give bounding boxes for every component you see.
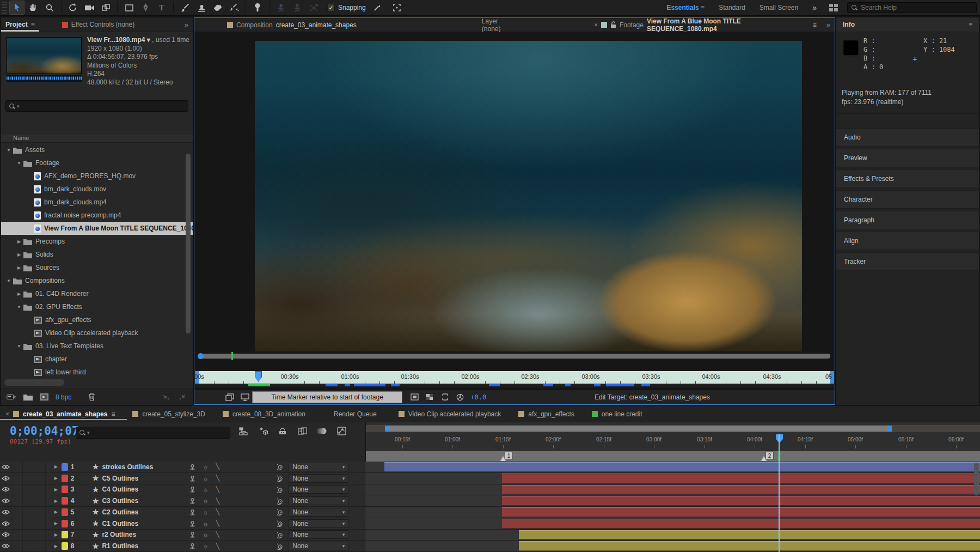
exposure-value[interactable]: +0.0 [470, 393, 486, 401]
tab-footage[interactable]: × Footage View From A Blue Moon TITLE SE… [589, 18, 822, 32]
tree-item-03-live-text-templates[interactable]: ▼03. Live Text Templates [1, 339, 193, 353]
panel-overflow-icon[interactable]: » [180, 21, 193, 29]
axis-mode-world-icon[interactable] [290, 1, 304, 14]
audio-toggle[interactable] [11, 518, 23, 529]
frame-blend-icon[interactable] [297, 427, 307, 435]
layer-switches[interactable]: ☼╲ [185, 486, 278, 493]
twirl-icon[interactable]: ▶ [16, 239, 22, 244]
parent-dropdown[interactable]: None▾ [289, 530, 348, 539]
video-visibility-toggle[interactable] [0, 484, 11, 495]
layer-row-3[interactable]: ▶3★C4 Outlines☼╲None▾ [0, 484, 980, 496]
scrollbar-right-cap[interactable] [887, 426, 892, 432]
help-search-input[interactable] [861, 4, 973, 11]
panel-header-effects-presets[interactable]: Effects & Presets [836, 169, 979, 188]
parent-dropdown[interactable]: None▾ [289, 485, 348, 494]
layer-expand-icon[interactable]: ▶ [53, 544, 59, 549]
parent-pick-whip-icon[interactable] [277, 486, 284, 493]
layer-label-color[interactable] [62, 508, 68, 516]
shy-layers-icon[interactable] [278, 427, 287, 435]
interpret-footage-icon[interactable] [7, 393, 16, 402]
layer-duration-bar[interactable] [519, 541, 980, 551]
tab-menu-icon[interactable]: ≡ [813, 21, 817, 29]
timeline-tab-one-line-credit[interactable]: one line credit [586, 406, 654, 422]
footage-playhead[interactable] [255, 371, 262, 382]
axis-mode-local-icon[interactable] [274, 1, 288, 14]
layer-track[interactable] [365, 530, 980, 541]
pixel-aspect-icon[interactable] [440, 393, 450, 402]
layer-label-color[interactable] [62, 497, 68, 505]
parent-pick-whip-icon[interactable] [277, 463, 284, 470]
layer-expand-icon[interactable]: ▶ [53, 532, 59, 537]
layer-expand-icon[interactable]: ▶ [53, 499, 59, 504]
layer-expand-icon[interactable]: ▶ [53, 476, 59, 481]
layer-name[interactable]: ★R1 Outlines [93, 542, 185, 550]
panel-header-character[interactable]: Character [836, 190, 979, 209]
twirl-icon[interactable]: ▼ [16, 161, 22, 166]
twirl-icon[interactable]: ▶ [16, 265, 22, 270]
type-tool-icon[interactable]: T [155, 1, 169, 14]
puppet-pin-tool-icon[interactable] [250, 1, 265, 14]
audio-toggle[interactable] [11, 507, 23, 518]
graph-editor-icon[interactable] [336, 427, 346, 435]
layer-track[interactable] [365, 507, 980, 518]
video-visibility-toggle[interactable] [0, 541, 11, 551]
footage-name-line[interactable]: View Fr...1080.mp4 ▾ , used 1 time [87, 36, 189, 45]
panel-header-audio[interactable]: Audio [836, 128, 979, 147]
layer-label-color[interactable] [62, 486, 68, 493]
brush-tool-icon[interactable] [178, 1, 192, 14]
panel-header-align[interactable]: Align [836, 232, 979, 250]
panel-header-tracker[interactable]: Tracker [836, 252, 979, 271]
comp-marker-1[interactable]: 1 [505, 452, 513, 460]
parent-dropdown[interactable]: None▾ [289, 519, 348, 528]
new-folder-icon[interactable] [23, 393, 33, 402]
audio-toggle[interactable] [11, 484, 23, 495]
new-composition-icon[interactable] [39, 393, 49, 402]
resolution-icon[interactable] [409, 393, 419, 402]
selection-tool-icon[interactable] [10, 1, 24, 14]
layer-duration-bar[interactable] [502, 485, 980, 495]
layer-duration-bar[interactable] [502, 507, 980, 517]
audio-toggle[interactable] [11, 495, 23, 506]
solo-toggle[interactable] [23, 462, 34, 472]
timeline-search-input[interactable]: ▾ [76, 427, 230, 439]
footage-image[interactable] [255, 41, 802, 351]
timeline-time-ruler[interactable]: 00:15f01:00f01:15f02:00f02:15f03:00f03:1… [366, 434, 980, 450]
panel-header-preview[interactable]: Preview [836, 149, 979, 167]
rotate-tool-icon[interactable] [66, 1, 80, 14]
parent-pick-whip-icon[interactable] [277, 531, 284, 538]
parent-dropdown[interactable]: None▾ [289, 542, 348, 550]
tree-item-fractal-noise-precomp-mp4[interactable]: fractal noise precomp.mp4 [1, 209, 193, 222]
layer-label-color[interactable] [62, 520, 68, 527]
close-tab-icon[interactable]: × [5, 410, 9, 418]
tree-item-bm-dark-clouds-mp4[interactable]: bm_dark_clouds.mp4 [1, 196, 193, 209]
twirl-icon[interactable]: ▶ [16, 292, 22, 296]
layer-row-6[interactable]: ▶6★C1 Outlines☼╲None▾ [0, 518, 980, 530]
transparency-grid-icon[interactable] [425, 393, 434, 402]
toolbar-drag-handle[interactable] [2, 2, 7, 14]
twirl-icon[interactable]: ▼ [5, 278, 12, 283]
workspace-standard[interactable]: Standard [719, 4, 745, 11]
comp-marker-2[interactable]: 2 [765, 452, 774, 460]
tab-effect-controls[interactable]: Effect Controls (none) [58, 17, 139, 32]
layer-expand-icon[interactable]: ▶ [53, 509, 59, 514]
video-visibility-toggle[interactable] [0, 530, 11, 541]
tree-item-01-c4d-renderer[interactable]: ▶01. C4D Renderer [1, 287, 193, 300]
roto-brush-tool-icon[interactable] [227, 1, 241, 14]
scrollbar-left-cap[interactable] [385, 426, 390, 432]
tab-composition[interactable]: Composition create_03_animate_shapes [222, 18, 362, 32]
timeline-tab-create-08-3d-animation[interactable]: create_08_3D_animation [217, 406, 317, 422]
shrink-panel-icon[interactable] [161, 393, 171, 402]
close-tab-icon[interactable]: × [594, 21, 598, 29]
lock-toggle[interactable] [34, 484, 46, 495]
audio-toggle[interactable] [11, 462, 23, 472]
parent-pick-whip-icon[interactable] [277, 520, 284, 527]
layer-name[interactable]: ★C4 Outlines [93, 486, 185, 494]
tab-project[interactable]: Project≡ [1, 17, 39, 32]
layer-switches[interactable]: ☼╲ [185, 475, 278, 482]
grow-panel-icon[interactable] [177, 393, 187, 402]
footage-time-ruler[interactable]: 00s00:30s01:00s01:30s02:00s02:30s03:00s0… [195, 371, 834, 384]
hand-tool-icon[interactable] [26, 1, 40, 14]
project-search-input[interactable]: ▾ [5, 100, 188, 112]
lock-toggle[interactable] [34, 530, 46, 541]
solo-toggle[interactable] [23, 473, 34, 484]
